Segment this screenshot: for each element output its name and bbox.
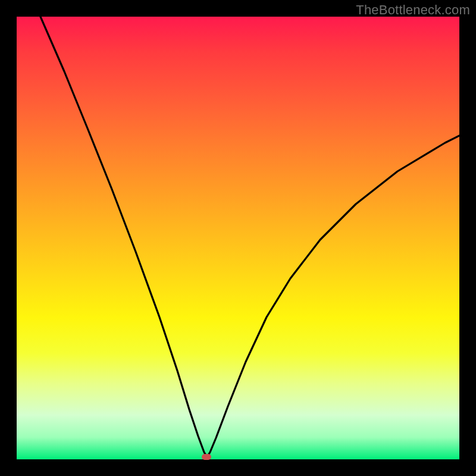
watermark-text: TheBottleneck.com bbox=[356, 2, 470, 18]
chart-frame: TheBottleneck.com bbox=[0, 0, 476, 476]
plot-area bbox=[17, 17, 459, 459]
optimal-point-marker bbox=[202, 454, 211, 460]
bottleneck-curve bbox=[17, 17, 459, 459]
